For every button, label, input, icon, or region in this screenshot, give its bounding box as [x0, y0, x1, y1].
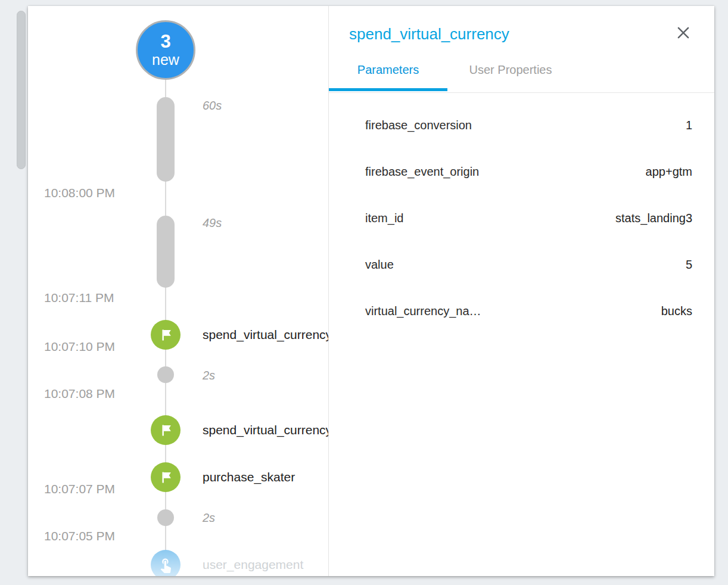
- event-detail-panel: spend_virtual_currency Parameters User P…: [328, 6, 714, 576]
- gap-duration: 2s: [203, 369, 215, 382]
- timestamp: 10:07:05 PM: [44, 529, 115, 543]
- flag-icon[interactable]: [151, 462, 181, 492]
- touch-app-icon[interactable]: [151, 550, 181, 576]
- flag-glyph: [158, 469, 174, 486]
- event-timeline-panel: 3 new 60s 49s 10:08:00 PM 10:07:11 PM 10…: [28, 6, 328, 576]
- parameter-key: firebase_conversion: [365, 119, 472, 132]
- flag-glyph: [158, 422, 174, 438]
- parameter-row: item_id stats_landing3: [329, 195, 714, 241]
- parameter-key: value: [365, 258, 394, 272]
- gap-duration: 60s: [203, 99, 222, 113]
- gap-dot: [157, 509, 174, 526]
- parameter-value: bucks: [661, 304, 692, 318]
- active-tab-indicator: [329, 88, 447, 91]
- gap-capsule: [157, 216, 175, 288]
- debugview-card: 3 new 60s 49s 10:08:00 PM 10:07:11 PM 10…: [28, 6, 714, 576]
- event-detail-title: spend_virtual_currency: [349, 25, 509, 43]
- gap-capsule: [157, 97, 175, 182]
- flag-glyph: [158, 327, 174, 343]
- debugview-screen: 3 new 60s 49s 10:08:00 PM 10:07:11 PM 10…: [0, 0, 728, 585]
- new-events-count: 3: [160, 32, 170, 51]
- parameter-key: virtual_currency_na…: [365, 304, 481, 318]
- parameter-value: app+gtm: [646, 165, 692, 179]
- timeline-event-spend-virtual-currency[interactable]: spend_virtual_currency: [203, 328, 328, 342]
- timeline-event-purchase-skater[interactable]: purchase_skater: [203, 470, 295, 484]
- tab-parameters[interactable]: Parameters: [329, 63, 447, 77]
- timestamp: 10:08:00 PM: [44, 186, 115, 200]
- vertical-scrollbar-thumb[interactable]: [17, 11, 26, 169]
- parameter-row: firebase_conversion 1: [329, 102, 714, 148]
- parameter-key: firebase_event_origin: [365, 165, 479, 179]
- parameter-value: 1: [686, 119, 692, 132]
- gap-duration: 2s: [203, 511, 215, 525]
- parameter-value: stats_landing3: [615, 211, 692, 225]
- parameters-list: firebase_conversion 1 firebase_event_ori…: [329, 93, 714, 334]
- flag-icon[interactable]: [151, 320, 181, 350]
- tab-user-properties[interactable]: User Properties: [447, 63, 574, 77]
- timestamp: 10:07:07 PM: [44, 482, 115, 496]
- timestamp: 10:07:10 PM: [44, 340, 115, 354]
- timeline-event-user-engagement: user_engagement: [203, 558, 303, 572]
- new-events-word: new: [152, 51, 179, 68]
- parameter-row: virtual_currency_na… bucks: [329, 288, 714, 334]
- timestamp: 10:07:08 PM: [44, 387, 115, 401]
- parameter-key: item_id: [365, 211, 403, 225]
- gap-duration: 49s: [203, 216, 222, 230]
- touch-app-glyph: [157, 556, 174, 573]
- parameter-row: value 5: [329, 241, 714, 288]
- timeline-event-spend-virtual-currency[interactable]: spend_virtual_currency: [203, 423, 328, 437]
- timestamp: 10:07:11 PM: [44, 291, 114, 305]
- parameter-value: 5: [686, 258, 692, 272]
- flag-icon[interactable]: [151, 415, 181, 445]
- new-events-badge[interactable]: 3 new: [136, 20, 195, 80]
- close-icon[interactable]: [674, 24, 692, 42]
- close-glyph: [676, 25, 691, 41]
- gap-dot: [157, 366, 174, 383]
- parameter-row: firebase_event_origin app+gtm: [329, 148, 714, 195]
